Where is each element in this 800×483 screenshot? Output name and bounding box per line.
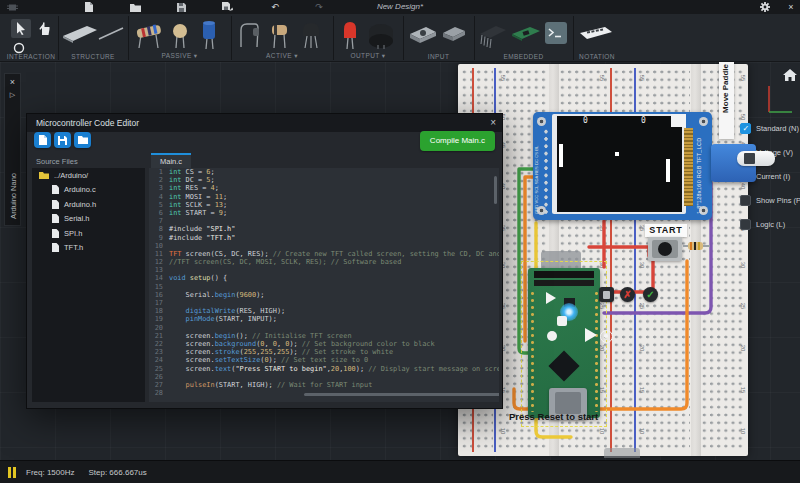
vertical-scrollbar[interactable] [494, 176, 497, 204]
editor-title: Microcontroller Code Editor [36, 114, 139, 132]
row-number: 10 [500, 428, 506, 435]
pong-score-right: 0 [641, 116, 646, 125]
ic-chip-tool-icon[interactable] [478, 22, 508, 48]
row-number: 15 [740, 387, 746, 394]
pause-icon[interactable] [8, 467, 18, 478]
pot-shaft[interactable] [737, 151, 775, 166]
file-item[interactable]: Serial.h [32, 212, 145, 227]
editor-close-icon[interactable]: × [490, 114, 496, 132]
code-line: 15 [149, 283, 499, 291]
mcu-board-tool-icon[interactable] [510, 25, 542, 43]
file-icon [52, 243, 59, 252]
row-number: 10 [740, 428, 746, 435]
home-view-icon[interactable] [783, 69, 797, 81]
code-line: 10 [149, 242, 499, 250]
tft-screen [557, 116, 682, 212]
board-stop-icon[interactable] [557, 316, 567, 326]
code-area[interactable]: 1int CS = 6;2int DC = 5;3int RES = 4;4in… [149, 168, 499, 402]
pong-paddle-left [559, 144, 563, 167]
tft-side-label: 1.8"128x160 RGB TFT_LCD [696, 124, 702, 214]
file-item[interactable]: Arduino.c [32, 183, 145, 198]
option-standard[interactable]: Standard (N) [740, 121, 798, 145]
code-line: 16 Serial.begin(9600); [149, 291, 499, 299]
code-line: 27 pulseIn(START, HIGH); // Wait for STA… [149, 381, 499, 389]
window-title: New Design* [0, 0, 800, 14]
file-icon [52, 200, 59, 209]
hand-tool-icon[interactable] [35, 19, 53, 38]
horizontal-scrollbar[interactable] [304, 393, 499, 396]
test-pass-icon[interactable]: ✓ [643, 287, 658, 302]
electrolytic-capacitor-tool-icon[interactable] [200, 20, 218, 50]
row-number: 30 [639, 262, 645, 269]
tab-main-c[interactable]: Main.c [151, 153, 191, 168]
code-line: 4int MOSI = 11; [149, 193, 499, 201]
board-play-icon[interactable] [546, 292, 556, 304]
titlebar: ↶ ↷ New Design* × [0, 0, 800, 14]
run-component-icon[interactable]: ▷ [5, 91, 20, 99]
code-line: 9#include "TFT.h" [149, 234, 499, 242]
component-badge-icon[interactable] [599, 287, 614, 302]
editor-open-button[interactable] [74, 132, 91, 148]
folder-icon [39, 171, 49, 179]
folder-row[interactable]: ../Arduino/ [32, 168, 145, 183]
board-reset-icon[interactable] [547, 331, 557, 341]
selected-component-strip: × ▷ Arduino Nano [4, 73, 21, 226]
tft-flex-notch [671, 114, 686, 127]
editor-new-file-button[interactable] [34, 132, 51, 148]
mcu-chip [548, 350, 579, 381]
code-line: 20 [149, 324, 499, 332]
cursor-tool-icon[interactable] [11, 19, 31, 38]
toolbar-group-structure: STRUCTURE [58, 14, 128, 62]
settings-gear-icon[interactable] [758, 1, 772, 13]
start-pushbutton[interactable] [648, 237, 682, 261]
signal-diode-tool-icon[interactable] [269, 22, 291, 49]
tft-pin-labels: GND VCC SCL SDA RES DC CS BL [534, 128, 539, 214]
row-number: 55 [599, 75, 605, 82]
run-cursor-icon[interactable] [585, 328, 597, 342]
editor-titlebar[interactable]: Microcontroller Code Editor × [27, 114, 502, 132]
transistor-tool-icon[interactable] [299, 21, 323, 49]
buzzer-tool-icon[interactable] [367, 22, 395, 50]
diode-tool-icon[interactable] [237, 22, 261, 48]
file-item[interactable]: Arduino.h [32, 197, 145, 212]
breadboard-tool-icon[interactable] [61, 24, 99, 44]
compile-button[interactable]: Compile Main.c [420, 131, 495, 151]
option-logic[interactable]: Logic (L) [740, 217, 798, 241]
checkbox [740, 195, 751, 206]
code-line: 12//TFT screen(CS, DC, MOSI, SCLK, RES);… [149, 258, 499, 266]
resistor[interactable] [683, 242, 710, 250]
code-line: 19 pinMode(START, INPUT); [149, 315, 499, 323]
probe-target-icon[interactable] [600, 330, 613, 343]
component-toolbar: INTERACTION STRUCTURE PASSIVE ▾ [0, 14, 800, 62]
option-show-pins[interactable]: Show Pins (P) [740, 193, 798, 217]
pushbutton-tool-icon[interactable] [408, 24, 438, 46]
file-icon [52, 214, 59, 223]
resistor-tool-icon[interactable] [135, 23, 163, 49]
sim-frequency: Freq: 1500Hz [26, 468, 74, 477]
connector-tool-icon[interactable] [441, 24, 467, 44]
file-item[interactable]: SPI.h [32, 226, 145, 241]
capacitor-tool-icon[interactable] [170, 23, 190, 49]
pong-ball [615, 152, 619, 156]
code-line: 5int SCLK = 13; [149, 201, 499, 209]
potentiometer[interactable] [711, 144, 756, 182]
test-fail-icon[interactable]: ✗ [620, 287, 635, 302]
file-item[interactable]: TFT.h [32, 241, 145, 256]
code-line: 7 [149, 217, 499, 225]
code-line: 25 screen.text("Press START to begin",20… [149, 365, 499, 373]
wire-tool-icon[interactable] [98, 26, 124, 41]
source-files-header: Source Files [36, 157, 78, 166]
deselect-icon[interactable]: × [5, 77, 20, 87]
terminal-tool-icon[interactable] [545, 22, 567, 44]
label-tag-tool-icon[interactable] [579, 26, 613, 42]
row-number: 25 [740, 303, 746, 310]
code-line: 24 screen.setTextSize(0); // Set text si… [149, 356, 499, 364]
code-line: 3int RES = 4; [149, 184, 499, 192]
checkbox [740, 219, 751, 230]
editor-save-button[interactable] [54, 132, 71, 148]
led-tool-icon[interactable] [341, 20, 359, 50]
row-number: 55 [500, 75, 506, 82]
close-app-icon[interactable]: × [784, 1, 798, 13]
toolbar-group-interaction: INTERACTION [4, 14, 58, 62]
code-line: 14void setup() { [149, 274, 499, 282]
